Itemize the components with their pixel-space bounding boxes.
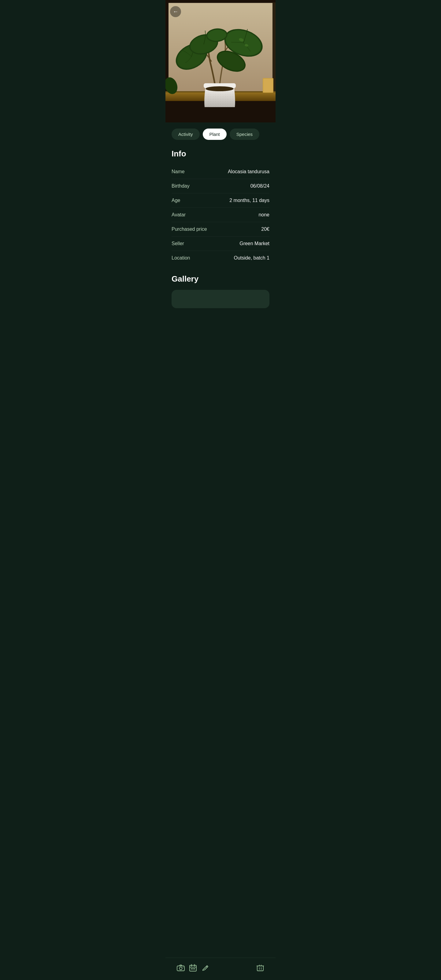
back-arrow-icon: ←	[173, 9, 178, 14]
edit-icon	[201, 964, 209, 972]
info-row: Age2 months, 11 days	[171, 193, 270, 208]
info-row-value: Green Market	[240, 241, 270, 247]
info-row-label: Name	[171, 169, 185, 175]
delete-icon	[256, 964, 264, 972]
svg-rect-35	[192, 968, 194, 969]
tab-plant[interactable]: Plant	[203, 129, 227, 140]
tab-species[interactable]: Species	[230, 129, 259, 140]
delete-button[interactable]	[254, 962, 267, 974]
info-row-value: Alocasia tandurusa	[228, 169, 270, 175]
svg-rect-38	[257, 966, 263, 971]
info-row-value: 20€	[261, 226, 270, 232]
plant-illustration	[165, 0, 276, 123]
gallery-title: Gallery	[171, 274, 270, 284]
info-row-value: 06/08/24	[251, 183, 270, 189]
edit-button[interactable]	[199, 962, 211, 974]
info-row-label: Age	[171, 198, 180, 203]
svg-line-37	[206, 966, 207, 967]
info-row: Purchased price20€	[171, 222, 270, 237]
svg-rect-27	[177, 966, 184, 971]
bottom-toolbar	[165, 958, 276, 980]
svg-rect-26	[263, 79, 273, 92]
info-row-value: none	[259, 212, 270, 218]
gallery-section: Gallery	[171, 274, 270, 308]
info-row: Birthday06/08/24	[171, 179, 270, 193]
info-row-label: Location	[171, 255, 190, 261]
calendar-icon	[189, 964, 197, 972]
tab-bar: Activity Plant Species	[171, 129, 270, 140]
svg-point-28	[179, 967, 182, 970]
info-section: Info NameAlocasia tandurusaBirthday06/08…	[171, 149, 270, 265]
gallery-preview[interactable]	[171, 290, 270, 308]
info-row-label: Purchased price	[171, 226, 207, 232]
info-rows-container: NameAlocasia tandurusaBirthday06/08/24Ag…	[171, 165, 270, 265]
info-row: LocationOutside, batch 1	[171, 251, 270, 265]
svg-point-23	[206, 86, 234, 91]
svg-rect-30	[190, 965, 196, 971]
info-title: Info	[171, 149, 270, 159]
hero-image: ←	[165, 0, 276, 123]
content-area: Activity Plant Species Info NameAlocasia…	[165, 123, 276, 339]
svg-rect-34	[191, 968, 192, 969]
info-row: SellerGreen Market	[171, 237, 270, 251]
info-row-value: 2 months, 11 days	[229, 198, 270, 203]
info-row-label: Seller	[171, 241, 184, 247]
info-row: NameAlocasia tandurusa	[171, 165, 270, 179]
tab-activity[interactable]: Activity	[171, 129, 200, 140]
camera-button[interactable]	[174, 962, 187, 974]
info-row-label: Avatar	[171, 212, 186, 218]
svg-point-29	[183, 967, 184, 967]
calendar-button[interactable]	[187, 962, 199, 974]
back-button[interactable]: ←	[170, 6, 181, 17]
info-row-value: Outside, batch 1	[234, 255, 270, 261]
info-row-label: Birthday	[171, 183, 190, 189]
info-row: Avatarnone	[171, 208, 270, 222]
camera-icon	[177, 964, 185, 972]
svg-rect-36	[194, 968, 195, 969]
